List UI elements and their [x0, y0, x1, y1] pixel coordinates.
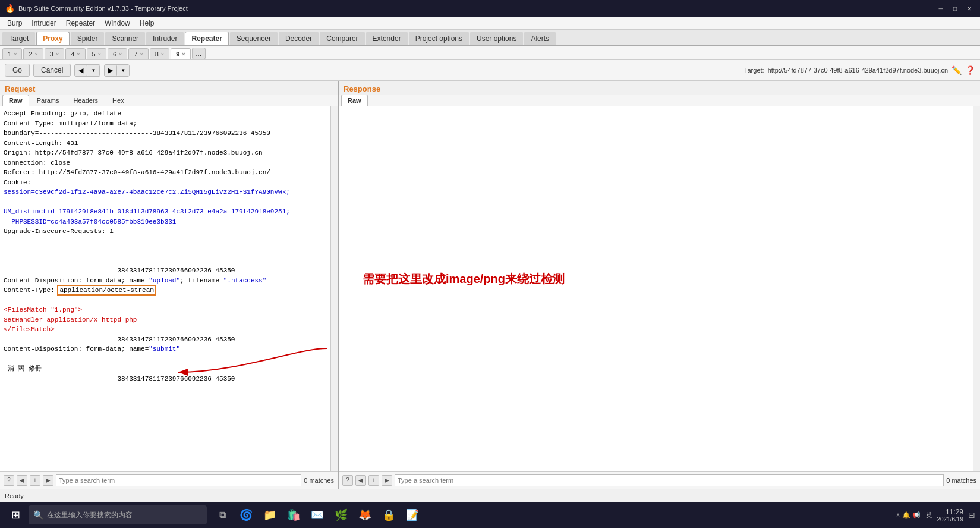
target-url: http://54fd7877-37c0-49f8-a616-429a41f2d… — [768, 67, 948, 74]
req-tab-hex[interactable]: Hex — [106, 95, 131, 106]
request-search-input[interactable] — [56, 474, 301, 486]
resp-search-plus-btn[interactable]: + — [368, 475, 379, 486]
tab-comparer[interactable]: Comparer — [320, 32, 364, 45]
request-title: Request — [0, 81, 338, 95]
response-panel: Response Raw ? ◀ + ▶ 0 matches — [339, 81, 980, 489]
request-scrollbar[interactable] — [330, 106, 338, 471]
menu-intruder[interactable]: Intruder — [27, 18, 61, 29]
rtab-1[interactable]: 1 × — [2, 48, 22, 59]
tab-spider[interactable]: Spider — [71, 32, 105, 45]
tab-alerts[interactable]: Alerts — [524, 32, 556, 45]
rtab-5[interactable]: 5 × — [87, 48, 106, 59]
rtab-6[interactable]: 6 × — [108, 48, 127, 59]
titlebar: 🔥 Burp Suite Community Edition v1.7.33 -… — [0, 0, 980, 17]
resp-tab-raw[interactable]: Raw — [341, 95, 368, 106]
tab-decoder[interactable]: Decoder — [279, 32, 319, 45]
app-icon: 🔥 — [5, 4, 15, 13]
search-prev-btn[interactable]: ◀ — [17, 475, 27, 486]
status-text: Ready — [5, 492, 24, 499]
tab-scanner[interactable]: Scanner — [105, 32, 145, 45]
rtab-7[interactable]: 7 × — [128, 48, 148, 59]
target-prefix: Target: — [744, 67, 764, 74]
tab-proxy[interactable]: Proxy — [36, 32, 69, 45]
response-search-bar: ? ◀ + ▶ 0 matches — [339, 471, 980, 489]
request-search-matches: 0 matches — [304, 477, 334, 484]
menu-repeater[interactable]: Repeater — [61, 18, 100, 29]
maximize-button[interactable]: □ — [949, 4, 961, 13]
response-text-content[interactable] — [339, 106, 973, 471]
nav-next-down-button[interactable]: ▼ — [117, 65, 129, 76]
rtab-2[interactable]: 2 × — [23, 48, 43, 59]
request-search-bar: ? ◀ + ▶ 0 matches — [0, 471, 338, 489]
help-icon[interactable]: ❓ — [965, 65, 975, 75]
tab-extender[interactable]: Extender — [366, 32, 408, 45]
repeater-tab-bar: 1 × 2 × 3 × 4 × 5 × 6 × 7 × 8 × 9 × ... — [0, 46, 980, 60]
search-plus-btn[interactable]: + — [30, 475, 40, 486]
tab-target[interactable]: Target — [2, 32, 35, 45]
rtab-3[interactable]: 3 × — [45, 48, 64, 59]
rtab-9[interactable]: 9 × — [171, 48, 190, 59]
tab-repeater[interactable]: Repeater — [185, 32, 228, 45]
request-body: Accept-Encoding: gzip, deflate Content-T… — [0, 106, 338, 471]
tab-user-options[interactable]: User options — [470, 32, 523, 45]
response-sub-tabs: Raw — [339, 95, 980, 106]
window-title: Burp Suite Community Edition v1.7.33 - T… — [18, 5, 188, 12]
req-tab-raw[interactable]: Raw — [2, 95, 29, 106]
request-text-content[interactable]: Accept-Encoding: gzip, deflate Content-T… — [0, 106, 330, 471]
response-body — [339, 106, 980, 471]
menu-help[interactable]: Help — [135, 18, 159, 29]
minimize-button[interactable]: ─ — [935, 4, 947, 13]
req-tab-headers[interactable]: Headers — [67, 95, 105, 106]
request-panel: Request Raw Params Headers Hex Accept-En… — [0, 81, 339, 489]
menubar: Burp Intruder Repeater Window Help — [0, 17, 980, 30]
nav-next-button[interactable]: ▶ — [105, 65, 117, 76]
resp-search-next-btn[interactable]: ▶ — [382, 475, 392, 486]
req-tab-params[interactable]: Params — [30, 95, 66, 106]
tab-sequencer[interactable]: Sequencer — [230, 32, 278, 45]
rtab-4[interactable]: 4 × — [65, 48, 85, 59]
search-next-btn[interactable]: ▶ — [43, 475, 53, 486]
response-scrollbar[interactable] — [973, 106, 980, 471]
rtab-8[interactable]: 8 × — [150, 48, 169, 59]
resp-search-prev-btn[interactable]: ◀ — [355, 475, 366, 486]
menu-burp[interactable]: Burp — [2, 18, 27, 29]
menu-window[interactable]: Window — [100, 18, 135, 29]
cancel-button[interactable]: Cancel — [33, 64, 71, 77]
resp-search-help-btn[interactable]: ? — [342, 475, 353, 486]
response-search-matches: 0 matches — [946, 477, 976, 484]
go-button[interactable]: Go — [5, 64, 30, 77]
search-help-btn[interactable]: ? — [4, 475, 14, 486]
tab-project-options[interactable]: Project options — [409, 32, 469, 45]
request-sub-tabs: Raw Params Headers Hex — [0, 95, 338, 106]
target-info: Target: http://54fd7877-37c0-49f8-a616-4… — [744, 65, 975, 75]
nav-prev-button[interactable]: ◀ — [75, 65, 87, 76]
statusbar: Ready — [0, 489, 980, 502]
nav-prev-down-button[interactable]: ▼ — [87, 65, 100, 76]
edit-target-icon[interactable]: ✏️ — [951, 65, 962, 75]
response-title: Response — [339, 81, 980, 95]
rtab-more[interactable]: ... — [192, 48, 206, 59]
tab-intruder[interactable]: Intruder — [146, 32, 184, 45]
main-tab-bar: Target Proxy Spider Scanner Intruder Rep… — [0, 30, 980, 46]
response-search-input[interactable] — [395, 474, 944, 486]
close-button[interactable]: ✕ — [963, 4, 975, 13]
toolbar: Go Cancel ◀ ▼ ▶ ▼ Target: http://54fd787… — [0, 60, 980, 81]
